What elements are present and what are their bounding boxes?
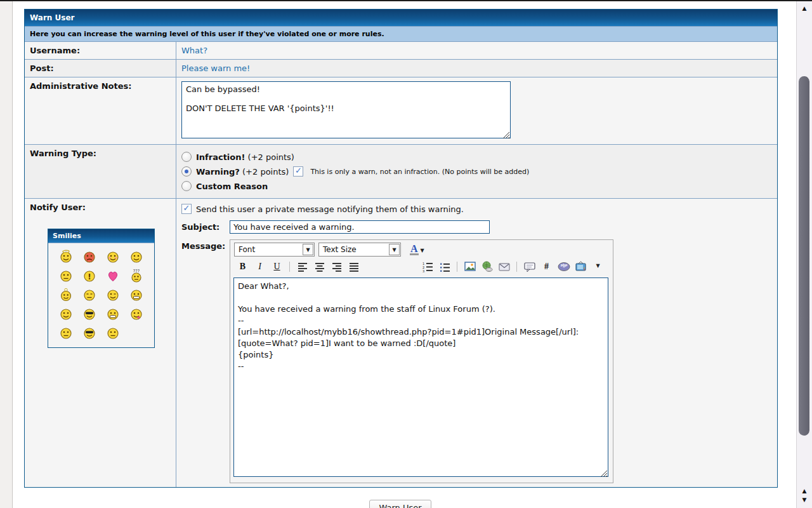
subject-input[interactable] — [230, 220, 490, 234]
sly-smiley-icon[interactable] — [82, 326, 96, 340]
warn-only-checkbox[interactable] — [293, 166, 303, 177]
font-select[interactable]: Font ▼ — [234, 243, 315, 257]
blush-smiley-icon[interactable] — [106, 250, 120, 264]
warning-option-custom: Custom Reason — [181, 180, 772, 192]
ordered-list-icon[interactable]: 123 — [420, 260, 435, 273]
warning-option-label[interactable]: Infraction! (+2 points) — [196, 152, 294, 162]
angry-smiley-icon[interactable] — [82, 250, 96, 264]
scroll-up-icon[interactable]: ▲ — [797, 5, 812, 11]
notify-user-label: Notify User: — [30, 203, 86, 212]
warning-option-warning: Warning? (+2 points) This is only a warn… — [181, 165, 772, 178]
exclamation-smiley-icon[interactable]: ! — [82, 269, 96, 283]
sleepy-smiley-icon[interactable] — [82, 288, 96, 302]
radio-warning[interactable] — [181, 166, 192, 177]
radio-infraction[interactable] — [181, 152, 192, 162]
shy-smiley-icon[interactable] — [129, 250, 143, 264]
warning-option-infraction: Infraction! (+2 points) — [181, 150, 772, 163]
admin-notes-label: Administrative Notes: — [25, 77, 176, 144]
username-label: Username: — [25, 42, 176, 59]
scrollbar-thumb[interactable] — [799, 76, 809, 436]
left-gutter — [0, 1, 13, 508]
insert-button-group: 123#php▼ — [420, 260, 605, 273]
smilies-box: Smilies !??? — [48, 229, 155, 348]
notify-pm-label[interactable]: Send this user a private message notifyi… — [196, 204, 464, 214]
grin-smiley-icon[interactable] — [106, 307, 120, 321]
post-link[interactable]: Please warn me! — [181, 64, 250, 73]
scroll-down-icon[interactable]: ▼ — [797, 497, 812, 503]
caret-icon[interactable]: ▼ — [591, 260, 605, 273]
smile-smiley-icon[interactable] — [59, 307, 73, 321]
idea-smiley-icon[interactable] — [59, 288, 73, 302]
huh-smiley-icon[interactable]: ??? — [129, 269, 143, 283]
notify-content-cell: Send this user a private message notifyi… — [176, 199, 777, 487]
wink-smiley-icon[interactable] — [106, 288, 120, 302]
big-grin-smiley-icon[interactable] — [129, 288, 143, 302]
font-color-icon: A — [410, 244, 419, 255]
message-editor: Font ▼ Text Size ▼ A ▼ — [230, 239, 613, 483]
svg-text:!: ! — [88, 272, 91, 281]
svg-text:php: php — [560, 263, 567, 267]
toolbar-separator — [516, 262, 517, 272]
toolbar-separator — [289, 262, 290, 272]
warn-user-panel: Warn User Here you can increase the warn… — [24, 9, 778, 488]
format-button-group: BIU — [235, 260, 361, 273]
message-label: Message: — [181, 239, 230, 251]
email-icon[interactable] — [497, 260, 511, 273]
align-center-icon[interactable] — [312, 260, 327, 273]
italic-icon[interactable]: I — [252, 260, 267, 273]
quote-icon[interactable] — [522, 260, 537, 273]
tongue-smiley-icon[interactable] — [129, 307, 143, 321]
heart-smiley-icon[interactable] — [106, 269, 120, 283]
vertical-scrollbar[interactable]: ▲ ▲ ▼ — [796, 1, 812, 508]
post-label: Post: — [25, 60, 176, 77]
editor-toolbar-top: Font ▼ Text Size ▼ A ▼ — [230, 240, 613, 259]
chevron-down-icon[interactable]: ▼ — [303, 244, 313, 255]
image-icon[interactable] — [462, 260, 477, 273]
dodgy-smiley-icon[interactable] — [59, 269, 73, 283]
notify-label-cell: Notify User: Smilies !??? — [25, 199, 176, 487]
username-link[interactable]: What? — [181, 46, 207, 55]
link-icon[interactable] — [480, 260, 494, 273]
warn-only-label[interactable]: This is only a warn, not an infraction. … — [310, 168, 529, 176]
svg-text:3: 3 — [422, 269, 424, 272]
cool-smiley-icon[interactable] — [82, 307, 96, 321]
panel-title: Warn User — [25, 10, 777, 26]
admin-notes-textarea[interactable]: Can be bypassed! DON'T DELETE THE VAR '{… — [181, 81, 511, 138]
username-row: Username: What? — [25, 42, 777, 59]
warning-option-label[interactable]: Custom Reason — [196, 182, 268, 191]
text-size-select[interactable]: Text Size ▼ — [318, 243, 401, 257]
video-icon[interactable] — [573, 260, 588, 273]
scroll-up-icon[interactable]: ▲ — [797, 488, 812, 494]
notify-pm-checkbox[interactable] — [181, 204, 192, 214]
unordered-list-icon[interactable] — [437, 260, 452, 273]
angel-smiley-icon[interactable] — [59, 250, 73, 264]
warning-type-row: Warning Type: Infraction! (+2 points) Wa… — [25, 145, 777, 198]
subject-label: Subject: — [181, 220, 230, 232]
admin-notes-row: Administrative Notes: Can be bypassed! D… — [25, 77, 777, 144]
toolbar-separator — [457, 262, 457, 272]
smilies-grid: !??? — [48, 243, 154, 347]
warning-type-label: Warning Type: — [25, 145, 176, 198]
svg-text:???: ??? — [133, 269, 139, 274]
smilies-title: Smilies — [48, 229, 154, 243]
underline-icon[interactable]: U — [270, 260, 284, 273]
php-icon[interactable]: php — [556, 260, 571, 273]
font-color-picker-button[interactable]: A ▼ — [410, 244, 424, 255]
chevron-down-icon[interactable]: ▼ — [389, 244, 400, 255]
rolleyes-smiley-icon[interactable] — [59, 326, 73, 340]
warn-user-button[interactable]: Warn User — [369, 500, 431, 508]
post-row: Post: Please warn me! — [25, 60, 777, 77]
panel-description: Here you can increase the warning level … — [25, 27, 777, 41]
warning-option-label[interactable]: Warning? (+2 points) — [196, 167, 289, 177]
notify-user-row: Notify User: Smilies !??? Send this user… — [25, 199, 777, 487]
radio-custom-reason[interactable] — [181, 181, 192, 191]
align-left-icon[interactable] — [295, 260, 310, 273]
warn-user-page: Warn User Here you can increase the warn… — [13, 1, 797, 508]
bold-icon[interactable]: B — [235, 260, 250, 273]
chevron-down-icon: ▼ — [421, 248, 424, 255]
align-justify-icon[interactable] — [346, 260, 361, 273]
code-icon[interactable]: # — [539, 260, 554, 273]
align-right-icon[interactable] — [329, 260, 344, 273]
undecided-smiley-icon[interactable] — [106, 326, 120, 340]
message-textarea[interactable]: Dear What?, You have received a warning … — [233, 277, 608, 477]
